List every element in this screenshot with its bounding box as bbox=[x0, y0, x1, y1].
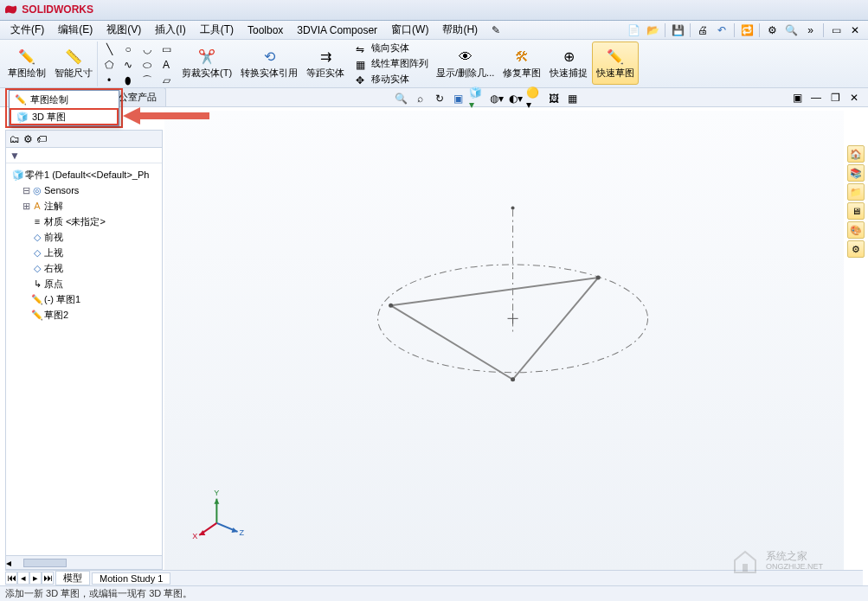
qat-options-button[interactable]: ⚙ bbox=[763, 22, 781, 38]
ribbon-linear-label[interactable]: 线性草图阵列 bbox=[371, 57, 428, 73]
qat-open-button[interactable]: 📂 bbox=[644, 22, 661, 38]
qat-print-button[interactable]: 🖨 bbox=[694, 22, 711, 38]
tree-tab3-icon[interactable]: 🏷 bbox=[36, 133, 47, 145]
hide-show-icon[interactable]: ◐▾ bbox=[507, 91, 524, 106]
ribbon-smartdim-button[interactable]: 📏 智能尺寸 bbox=[50, 42, 97, 85]
doc-fullscreen-icon[interactable]: ▣ bbox=[788, 90, 806, 105]
menu-view[interactable]: 视图(V) bbox=[100, 22, 148, 37]
display-style-icon[interactable]: ◍▾ bbox=[488, 91, 505, 106]
section-icon[interactable]: ▣ bbox=[450, 91, 467, 106]
window-minimize-button[interactable]: ▭ bbox=[827, 22, 845, 38]
menu-window[interactable]: 窗口(W) bbox=[384, 22, 435, 37]
taskpane-custom-button[interactable]: ⚙ bbox=[847, 240, 865, 258]
doc-restore-icon[interactable]: ❐ bbox=[826, 90, 844, 105]
menu-edit[interactable]: 编辑(E) bbox=[51, 22, 100, 37]
nav-first-icon[interactable]: ⏮ bbox=[5, 572, 17, 585]
taskpane-view-button[interactable]: 🖥 bbox=[847, 202, 865, 220]
ribbon-convert-button[interactable]: ⟲ 转换实体引用 bbox=[236, 42, 302, 85]
qat-save-button[interactable]: 💾 bbox=[669, 22, 686, 38]
tree-root[interactable]: 🧊零件1 (Default<<Default>_Ph bbox=[8, 167, 160, 182]
line-icon[interactable]: ╲ bbox=[101, 42, 117, 57]
ribbon-display-button[interactable]: 👁 显示/删除几... bbox=[432, 42, 498, 85]
menu-file[interactable]: 文件(F) bbox=[3, 22, 51, 37]
menu-composer[interactable]: 3DVIA Composer bbox=[290, 24, 384, 36]
menu-help[interactable]: 帮助(H) bbox=[435, 22, 485, 37]
qat-rebuild-button[interactable]: 🔁 bbox=[738, 22, 755, 38]
help-icon[interactable]: ✎ bbox=[485, 24, 507, 36]
fillet-icon[interactable]: ⌒ bbox=[139, 73, 155, 88]
nav-last-icon[interactable]: ⏭ bbox=[42, 572, 54, 585]
plane-icon[interactable]: ▱ bbox=[158, 73, 174, 88]
ribbon-sketch-button[interactable]: ✏️ 草图绘制 bbox=[3, 42, 50, 85]
spline-icon[interactable]: ∿ bbox=[120, 57, 136, 73]
tree-horizontal-scrollbar[interactable]: ◂ bbox=[6, 555, 162, 569]
qat-search-button[interactable]: 🔍 bbox=[782, 22, 800, 38]
taskpane-explorer-button[interactable]: 📁 bbox=[847, 183, 865, 201]
ribbon-mirror-label[interactable]: 镜向实体 bbox=[371, 42, 409, 57]
tree-tab2-icon[interactable]: ⚙ bbox=[23, 133, 33, 145]
menu-toolbox[interactable]: Toolbox bbox=[241, 24, 290, 36]
graphics-canvas[interactable]: Y Z X bbox=[164, 111, 844, 570]
ribbon-move-label[interactable]: 移动实体 bbox=[371, 73, 409, 88]
slot-icon[interactable]: ⬮ bbox=[120, 73, 136, 88]
tree-sensors[interactable]: ⊟◎Sensors bbox=[8, 182, 160, 198]
dropdown-item-sketch[interactable]: ✏️ 草图绘制 bbox=[10, 91, 119, 108]
scene-icon[interactable]: 🖼 bbox=[545, 91, 563, 106]
tree-annotations[interactable]: ⊞A注解 bbox=[8, 198, 160, 214]
filter-icon: ▼ bbox=[10, 150, 20, 162]
menu-insert[interactable]: 插入(I) bbox=[148, 22, 192, 37]
bottom-tab-model[interactable]: 模型 bbox=[55, 571, 90, 585]
qat-new-button[interactable]: 📄 bbox=[625, 22, 642, 38]
scroll-thumb[interactable] bbox=[23, 559, 67, 567]
render-icon[interactable]: ▦ bbox=[564, 91, 582, 106]
tree-material[interactable]: ≡材质 <未指定> bbox=[8, 214, 160, 229]
qat-undo-button[interactable]: ↶ bbox=[713, 22, 730, 38]
tree-tab1-icon[interactable]: 🗂 bbox=[10, 133, 20, 145]
feature-tree: 🧊零件1 (Default<<Default>_Ph ⊟◎Sensors ⊞A注… bbox=[6, 163, 162, 326]
rect-icon[interactable]: ▭ bbox=[158, 42, 174, 57]
point-icon[interactable]: • bbox=[101, 73, 117, 88]
polygon-icon[interactable]: ⬠ bbox=[101, 57, 117, 73]
linear-pattern-icon[interactable]: ▦ bbox=[352, 57, 368, 73]
tree-front[interactable]: ◇前视 bbox=[8, 229, 160, 245]
zoom-window-icon[interactable]: ⌕ bbox=[412, 91, 429, 106]
nav-next-icon[interactable]: ▸ bbox=[29, 572, 42, 585]
view-orientation-icon[interactable]: 🧊▾ bbox=[469, 91, 486, 106]
ribbon-quickcapture-button[interactable]: ⊕ 快速捕捉 bbox=[545, 42, 592, 85]
rotate-icon[interactable]: ↻ bbox=[431, 91, 448, 106]
doc-close-icon[interactable]: ✕ bbox=[845, 90, 863, 105]
scroll-left-icon[interactable]: ◂ bbox=[6, 557, 11, 569]
tree-sketch2[interactable]: ✏️草图2 bbox=[8, 307, 160, 323]
window-close-button[interactable]: ✕ bbox=[846, 22, 864, 38]
tree-filter-row[interactable]: ▼ bbox=[6, 148, 162, 163]
ellipse-icon[interactable]: ⬭ bbox=[139, 57, 155, 73]
tree-sketch2-label: 草图2 bbox=[44, 309, 68, 322]
dropdown-item-3dsketch[interactable]: 🧊 3D 草图 bbox=[10, 108, 119, 125]
circle-icon[interactable]: ○ bbox=[120, 42, 136, 57]
taskpane-appearance-button[interactable]: 🎨 bbox=[847, 221, 865, 239]
taskpane-resources-button[interactable]: 🏠 bbox=[847, 145, 865, 163]
mirror-icon[interactable]: ⇋ bbox=[352, 42, 368, 57]
tree-origin[interactable]: ↳原点 bbox=[8, 276, 160, 291]
menu-tools[interactable]: 工具(T) bbox=[193, 22, 241, 37]
feature-tree-pane: 🗂 ⚙ 🏷 ▼ 🧊零件1 (Default<<Default>_Ph ⊟◎Sen… bbox=[5, 130, 163, 570]
ribbon-rapidsketch-button[interactable]: ✏️ 快速草图 bbox=[592, 42, 639, 85]
tree-top[interactable]: ◇上视 bbox=[8, 245, 160, 260]
svg-marker-0 bbox=[123, 107, 209, 125]
taskpane-library-button[interactable]: 📚 bbox=[847, 164, 865, 182]
ribbon-offset-button[interactable]: ⇉ 等距实体 bbox=[302, 42, 349, 85]
doc-minimize-icon[interactable]: — bbox=[807, 90, 825, 105]
ribbon-repair-button[interactable]: 🛠 修复草图 bbox=[498, 42, 545, 85]
ribbon-trim-button[interactable]: ✂️ 剪裁实体(T) bbox=[177, 42, 236, 85]
nav-prev-icon[interactable]: ◂ bbox=[17, 572, 29, 585]
arc-icon[interactable]: ◡ bbox=[139, 42, 155, 57]
appearance-icon[interactable]: 🟡▾ bbox=[526, 91, 543, 106]
move-icon[interactable]: ✥ bbox=[352, 73, 368, 88]
tree-sketch1[interactable]: ✏️(-) 草图1 bbox=[8, 291, 160, 307]
zoom-fit-icon[interactable]: 🔍 bbox=[393, 91, 410, 106]
bottom-tab-motion[interactable]: Motion Study 1 bbox=[92, 572, 170, 585]
text-icon[interactable]: A bbox=[158, 57, 174, 73]
tree-right[interactable]: ◇右视 bbox=[8, 260, 160, 276]
qat-more[interactable]: » bbox=[800, 24, 820, 36]
sketch-triangle bbox=[391, 278, 599, 380]
